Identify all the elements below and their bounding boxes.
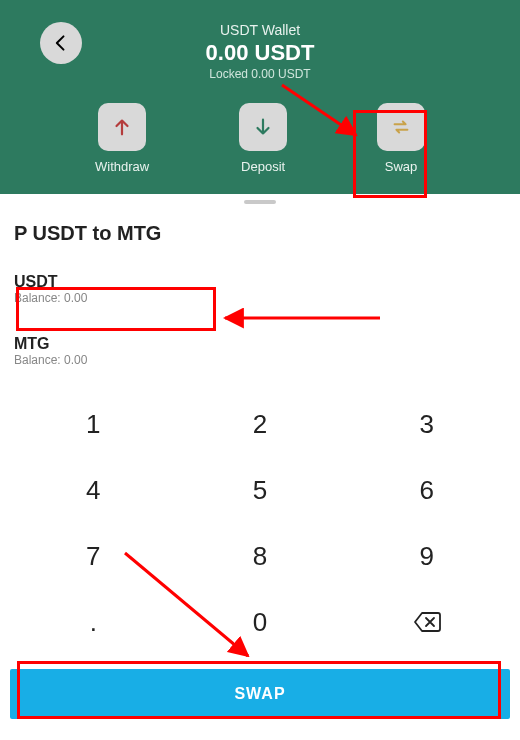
wallet-locked: Locked 0.00 USDT (20, 67, 500, 81)
from-symbol: USDT (14, 273, 506, 291)
key-3[interactable]: 3 (343, 405, 510, 443)
wallet-balance: 0.00 USDT (20, 40, 500, 66)
back-button[interactable] (40, 22, 82, 64)
arrow-left-icon (51, 33, 71, 53)
swap-label: Swap (385, 159, 418, 174)
key-2[interactable]: 2 (177, 405, 344, 443)
wallet-title: USDT Wallet (20, 22, 500, 38)
from-currency-field[interactable]: USDT Balance: 0.00 (10, 271, 510, 307)
to-currency-field[interactable]: MTG Balance: 0.00 (10, 333, 510, 369)
key-6[interactable]: 6 (343, 471, 510, 509)
swap-button[interactable]: SWAP (10, 669, 510, 719)
numeric-keypad: 1 2 3 4 5 6 7 8 9 . 0 (10, 405, 510, 641)
swap-sheet: P USDT to MTG USDT Balance: 0.00 MTG Bal… (0, 204, 520, 641)
deposit-label: Deposit (241, 159, 285, 174)
backspace-icon (413, 611, 441, 633)
key-dot[interactable]: . (10, 603, 177, 641)
key-4[interactable]: 4 (10, 471, 177, 509)
key-0[interactable]: 0 (177, 603, 344, 641)
wallet-actions: Withdraw Deposit Swap (20, 103, 500, 178)
key-backspace[interactable] (343, 603, 510, 641)
key-9[interactable]: 9 (343, 537, 510, 575)
key-5[interactable]: 5 (177, 471, 344, 509)
wallet-header: USDT Wallet 0.00 USDT Locked 0.00 USDT W… (0, 0, 520, 194)
key-7[interactable]: 7 (10, 537, 177, 575)
arrow-down-icon (252, 116, 274, 138)
key-8[interactable]: 8 (177, 537, 344, 575)
swap-action[interactable]: Swap (377, 103, 425, 174)
deposit-action[interactable]: Deposit (239, 103, 287, 174)
withdraw-action[interactable]: Withdraw (95, 103, 149, 174)
key-1[interactable]: 1 (10, 405, 177, 443)
to-balance: Balance: 0.00 (14, 353, 506, 367)
withdraw-label: Withdraw (95, 159, 149, 174)
sheet-title: P USDT to MTG (10, 222, 510, 245)
swap-icon (390, 116, 412, 138)
from-balance: Balance: 0.00 (14, 291, 506, 305)
to-symbol: MTG (14, 335, 506, 353)
arrow-up-icon (111, 116, 133, 138)
